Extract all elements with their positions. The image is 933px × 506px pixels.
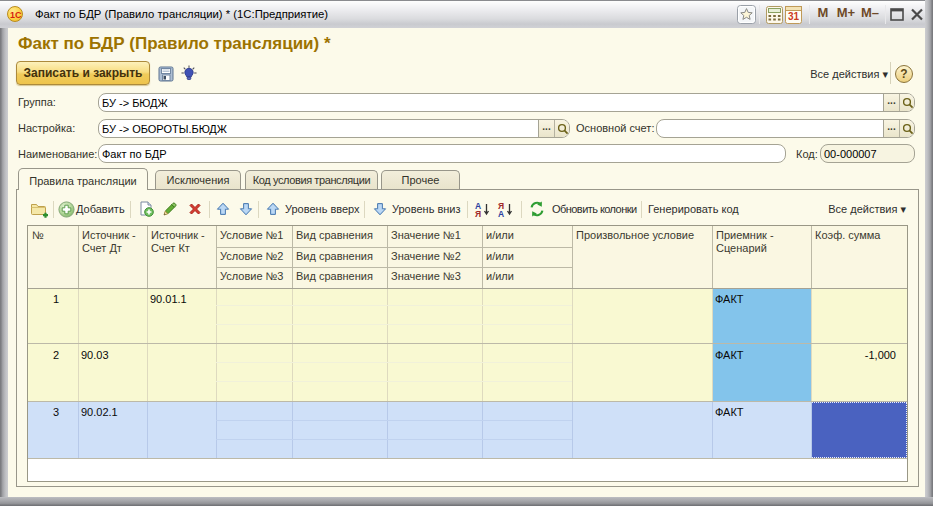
svg-text:Я: Я [475, 209, 481, 218]
svg-text:А: А [498, 209, 504, 218]
svg-text:31: 31 [788, 11, 800, 22]
